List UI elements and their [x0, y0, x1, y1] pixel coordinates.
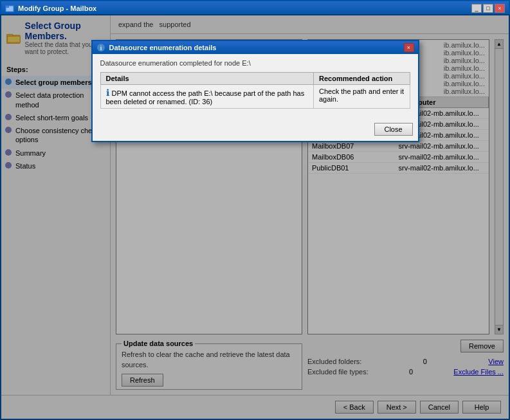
window-title: Modify Group - Mailbox	[18, 5, 96, 12]
modal-title-bar: i Datasource enumeration details ×	[93, 41, 418, 54]
modal-overlay: i Datasource enumeration details × Datas…	[0, 14, 510, 420]
modal-footer: Close	[93, 120, 418, 141]
modal-title: Datasource enumeration details	[109, 44, 217, 51]
window-icon	[5, 4, 14, 13]
modal-table: Details Recommended action ℹDPM cannot a…	[100, 72, 410, 109]
modal-body: Datasource enumeration completed for nod…	[93, 54, 418, 120]
datasource-enum-modal: i Datasource enumeration details × Datas…	[91, 40, 419, 142]
close-button[interactable]: ×	[495, 4, 505, 13]
minimize-button[interactable]: _	[471, 4, 482, 13]
modal-icon: i	[96, 43, 105, 52]
maximize-button[interactable]: □	[483, 4, 493, 13]
modal-close-x-button[interactable]: ×	[404, 43, 414, 52]
svg-rect-1	[6, 6, 9, 8]
modal-detail-cell: ℹDPM cannot access the path E:\ because …	[100, 85, 313, 109]
info-icon: ℹ	[106, 87, 109, 98]
modal-subtitle: Datasource enumeration completed for nod…	[100, 59, 410, 67]
title-bar: Modify Group - Mailbox _ □ ×	[1, 1, 509, 15]
window-controls: _ □ ×	[471, 4, 505, 13]
svg-text:i: i	[100, 45, 102, 51]
modal-close-button[interactable]: Close	[374, 123, 413, 136]
modal-col-details: Details	[100, 73, 313, 85]
modal-col-action: Recommended action	[313, 73, 410, 85]
modal-row-1: ℹDPM cannot access the path E:\ because …	[100, 85, 410, 109]
modal-action-cell: Check the path and enter it again.	[313, 85, 410, 109]
